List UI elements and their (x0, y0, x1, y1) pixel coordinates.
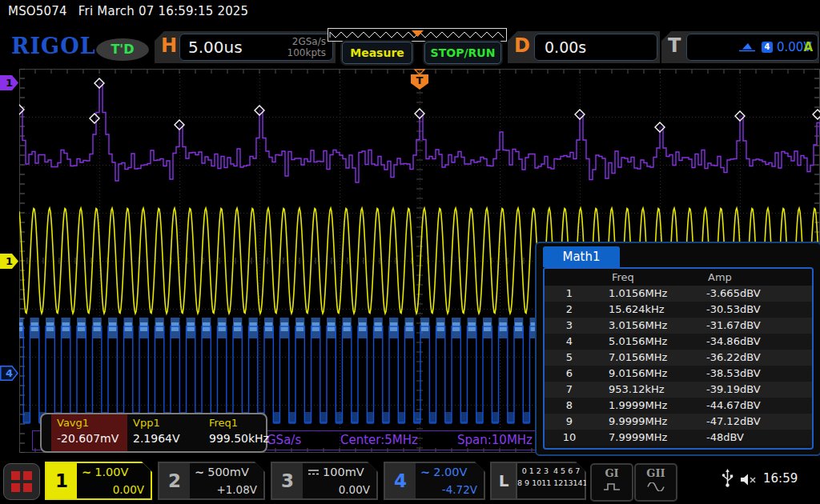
trigger-widget[interactable]: T 4 0.00V A (661, 31, 819, 63)
ac-coupling-icon: ~ (195, 466, 204, 478)
d-label: D (514, 34, 530, 57)
h-label: H (161, 34, 177, 57)
fft-span: Span:10MHz (409, 433, 533, 447)
digital-row-low: 0 1 2 3 4 5 6 7 (517, 467, 585, 475)
digital-row-high: 8 9 1011 12131415 (517, 479, 585, 487)
trigger-source-badge: 4 (762, 42, 773, 53)
channel-offset: 0.00V (113, 483, 144, 496)
fft-center-freq: Center:5MHz (340, 433, 418, 447)
measurement-label: Vavg1 (57, 417, 89, 429)
math1-tab[interactable]: Math1 (543, 246, 620, 267)
trigger-display: 4 0.00V A (686, 34, 818, 61)
channel-offset: -4.72V (442, 483, 477, 496)
memory-depth: 100kpts (287, 47, 326, 58)
math1-peak-table[interactable]: Math1 Freq Amp 11.0156MHz-3.665dBV215.62… (535, 242, 820, 456)
table-row: 33.0156MHz-31.67dBV (545, 318, 812, 334)
channel-3-widget[interactable]: 3 100mV 0.00V (271, 462, 378, 500)
menu-button[interactable] (3, 463, 40, 500)
channel-scale: 1.00V (94, 466, 128, 478)
measurement-freq1[interactable]: Freq1 999.50kHz (203, 414, 279, 451)
acquisition-rates: 2GSa/s 100kpts (287, 36, 326, 59)
channel-scale: 100mV (323, 466, 364, 478)
trigger-acq-mode: A (803, 40, 813, 54)
digital-channels-widget[interactable]: L 0 1 2 3 4 5 6 7 8 9 1011 12131415 (490, 462, 586, 500)
peak-table-header: Freq Amp (545, 269, 812, 286)
channel-number: 3 (272, 463, 303, 498)
speaker-muted-icon[interactable] (740, 473, 758, 486)
channel-number: 4 (385, 463, 416, 498)
channel-number: 2 (159, 463, 190, 498)
delay-value: 0.00s (545, 38, 586, 56)
generator-2-button[interactable]: GII (634, 463, 677, 502)
col-amp: Amp (695, 269, 812, 286)
measurement-value: 2.1964V (133, 432, 180, 445)
model-name: MSO5074 (8, 4, 67, 18)
table-row: 69.0156MHz-38.53dBV (545, 366, 812, 382)
sine-wave-icon (646, 482, 665, 491)
svg-text:1: 1 (6, 77, 13, 89)
ch4-position-tag[interactable]: 4 (0, 366, 18, 381)
sample-rate: 2GSa/s (287, 36, 326, 47)
channel-1-widget[interactable]: 1 ~1.00V 0.00V (45, 462, 152, 500)
horizontal-timebase-widget[interactable]: H 5.00us 2GSa/s 100kpts (155, 31, 336, 63)
datetime: Fri March 07 16:59:15 2025 (78, 4, 249, 18)
square-wave-icon (602, 482, 621, 491)
peak-table-box: Freq Amp 11.0156MHz-3.665dBV215.624kHz-3… (543, 267, 814, 450)
table-row: 45.0156MHz-34.86dBV (545, 334, 812, 350)
channel-4-widget[interactable]: 4 ~2.00V -4.72V (384, 462, 485, 500)
measurement-value: -20.607mV (57, 432, 119, 445)
table-row: 57.0156MHz-36.22dBV (545, 350, 812, 366)
generator-1-button[interactable]: GI (590, 463, 633, 502)
measurement-value: 999.50kHz (209, 432, 269, 445)
table-row: 107.9999MHz-48dBV (545, 430, 812, 446)
col-freq: Freq (594, 269, 695, 286)
measurement-vpp1[interactable]: Vpp1 2.1964V (127, 414, 203, 451)
channel-scale: 500mV (207, 466, 249, 478)
table-row: 99.9999MHz-47.12dBV (545, 414, 812, 430)
measurement-label: Freq1 (209, 417, 238, 429)
svg-text:T: T (416, 74, 424, 86)
trigger-status-badge: T'D (96, 38, 149, 61)
svg-text:1: 1 (6, 255, 13, 267)
trigger-slope-icon (738, 41, 756, 53)
usb-icon (722, 469, 734, 488)
titlebar: MSO5074Fri March 07 16:59:15 2025 (8, 4, 259, 18)
table-row: 7953.12kHz-39.19dBV (545, 382, 812, 398)
table-row: 215.624kHz-30.53dBV (545, 302, 812, 318)
channel-scale: 2.00V (433, 466, 467, 478)
waveform-preview-strip[interactable] (328, 28, 507, 42)
timebase-value: 5.00us (188, 38, 243, 57)
rigol-logo: RIGOL (11, 34, 96, 58)
generator-label: GII (636, 467, 676, 479)
clock: 16:59 (763, 471, 798, 486)
channel-offset: +1.08V (216, 483, 257, 496)
measurement-vavg1[interactable]: Vavg1 -20.607mV (51, 414, 127, 451)
peak-table-rows: 11.0156MHz-3.665dBV215.624kHz-30.53dBV33… (545, 286, 812, 446)
measurement-label: Vpp1 (133, 417, 160, 429)
stop-run-button[interactable]: STOP/RUN (424, 42, 501, 64)
measure-button[interactable]: Measure (342, 42, 412, 64)
svg-text:4: 4 (6, 367, 13, 379)
delay-display: 0.00s (534, 34, 657, 61)
channel-offset: 0.00V (339, 483, 370, 496)
generator-label: GI (592, 467, 632, 479)
dc-coupling-icon (308, 466, 320, 478)
math1-position-tag[interactable]: 1 (0, 75, 18, 90)
measurement-panel[interactable]: Vavg1 -20.607mV Vpp1 2.1964V Freq1 999.5… (40, 413, 267, 453)
timebase-display: 5.00us 2GSa/s 100kpts (179, 34, 333, 61)
channel-number: 1 (46, 463, 77, 498)
table-row: 81.9999MHz-44.67dBV (545, 398, 812, 414)
ac-coupling-icon: ~ (420, 466, 430, 478)
ac-coupling-icon: ~ (82, 466, 91, 478)
menu-grid-icon (11, 471, 20, 480)
digital-label: L (492, 463, 516, 498)
channel-2-widget[interactable]: 2 ~500mV +1.08V (158, 462, 265, 500)
table-row: 11.0156MHz-3.665dBV (545, 286, 812, 302)
t-label: T (668, 34, 681, 57)
ch1-position-tag[interactable]: 1 (0, 254, 18, 269)
delay-widget[interactable]: D 0.00s (508, 31, 660, 63)
